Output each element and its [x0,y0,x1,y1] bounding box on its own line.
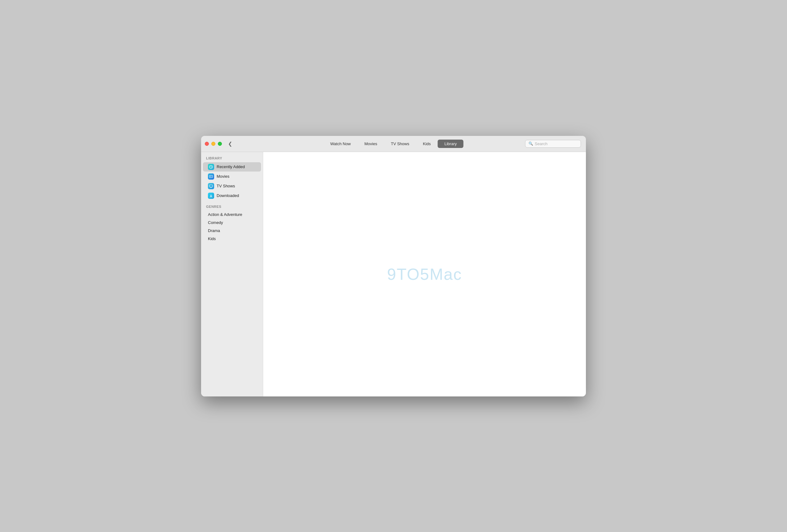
maximize-button[interactable] [218,142,222,146]
tab-library[interactable]: Library [438,139,464,148]
tab-movies[interactable]: Movies [358,139,384,148]
app-window: ❮ Watch Now Movies TV Shows Kids Library… [201,136,586,396]
movies-icon [208,173,214,180]
search-box[interactable]: 🔍 [525,140,581,148]
svg-rect-2 [210,185,213,187]
sidebar-item-comedy[interactable]: Comedy [203,219,261,226]
chevron-left-icon: ❮ [228,141,232,147]
downloaded-label: Downloaded [217,193,239,198]
search-input[interactable] [535,141,577,146]
nav-tabs: Watch Now Movies TV Shows Kids Library [323,139,463,148]
sidebar-item-kids[interactable]: Kids [203,235,261,243]
search-icon: 🔍 [529,141,533,146]
traffic-lights [205,142,222,146]
genres-section: Genres Action & Adventure Comedy Drama K… [201,205,263,243]
sidebar-item-drama[interactable]: Drama [203,227,261,235]
tab-tv-shows[interactable]: TV Shows [384,139,416,148]
close-button[interactable] [205,142,209,146]
sidebar-item-action-adventure[interactable]: Action & Adventure [203,210,261,218]
watermark: 9TO5Mac [387,265,462,284]
sidebar-item-downloaded[interactable]: Downloaded [203,191,261,200]
content-area: 9TO5Mac [263,152,586,396]
recently-added-icon [208,164,214,170]
tab-kids[interactable]: Kids [416,139,438,148]
sidebar-item-tv-shows[interactable]: TV Shows [203,181,261,191]
recently-added-label: Recently Added [217,164,245,169]
sidebar: Library Recently Added Movies [201,152,263,396]
library-section-label: Library [201,156,263,162]
downloaded-icon [208,193,214,199]
tv-shows-label: TV Shows [217,184,235,188]
tab-watch-now[interactable]: Watch Now [323,139,358,148]
minimize-button[interactable] [211,142,215,146]
tv-shows-icon [208,183,214,189]
titlebar: ❮ Watch Now Movies TV Shows Kids Library… [201,136,586,152]
sidebar-item-recently-added[interactable]: Recently Added [203,162,261,172]
main-layout: Library Recently Added Movies [201,152,586,396]
back-button[interactable]: ❮ [226,139,234,148]
sidebar-item-movies[interactable]: Movies [203,172,261,181]
genres-section-label: Genres [201,205,263,210]
movies-label: Movies [217,174,229,179]
